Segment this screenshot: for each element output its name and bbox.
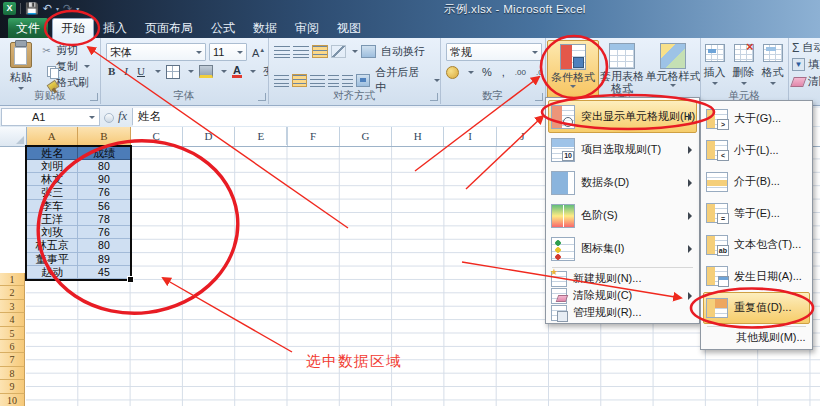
row-header-1[interactable]: 1 bbox=[0, 273, 25, 286]
accounting-format-icon[interactable] bbox=[446, 66, 459, 79]
row-header-5[interactable]: 5 bbox=[0, 327, 25, 340]
submenu-item-between[interactable]: 介于(B)... bbox=[703, 166, 810, 198]
tab-data[interactable]: 数据 bbox=[244, 18, 286, 38]
submenu-item-date-occurring[interactable]: 发生日期(A)... bbox=[703, 261, 810, 293]
align-left-button[interactable] bbox=[274, 74, 289, 87]
decrease-indent-button[interactable] bbox=[328, 74, 339, 87]
cell-A7[interactable]: 刘玫 bbox=[27, 226, 78, 239]
percent-style-button[interactable]: % bbox=[480, 65, 494, 80]
underline-button[interactable]: U bbox=[135, 64, 147, 79]
menu-item-manage-rules[interactable]: 管理规则(R)... bbox=[548, 304, 697, 321]
submenu-item-more-rules[interactable]: 其他规则(M)... bbox=[703, 329, 810, 347]
align-bottom-button[interactable] bbox=[312, 45, 328, 58]
column-header-B[interactable]: B bbox=[78, 127, 130, 146]
tab-page-layout[interactable]: 页面布局 bbox=[136, 18, 202, 38]
bold-button[interactable]: B bbox=[106, 64, 117, 79]
tab-formulas[interactable]: 公式 bbox=[202, 18, 244, 38]
copy-button[interactable]: 复制 bbox=[40, 58, 90, 74]
autosum-button[interactable]: Σ 自动求和 bbox=[792, 40, 820, 55]
clear-button[interactable]: 清除 bbox=[792, 74, 820, 89]
number-format-select[interactable]: 常规 bbox=[446, 43, 542, 61]
cell-A10[interactable]: 赵动 bbox=[27, 266, 78, 279]
dialog-launcher-icon[interactable] bbox=[430, 93, 438, 101]
cell-A9[interactable]: 董事平 bbox=[27, 253, 78, 266]
column-header-J[interactable]: J bbox=[497, 127, 549, 145]
align-middle-button[interactable] bbox=[293, 45, 309, 58]
menu-item-icon-sets[interactable]: 图标集(I) bbox=[548, 232, 697, 265]
comma-style-button[interactable]: , bbox=[500, 65, 507, 80]
cell-A8[interactable]: 林五京 bbox=[27, 239, 78, 252]
dialog-launcher-icon[interactable] bbox=[535, 93, 543, 101]
cell-B4[interactable]: 76 bbox=[78, 186, 129, 199]
submenu-item-text-contains[interactable]: ab文本包含(T)... bbox=[703, 229, 810, 261]
increase-indent-button[interactable] bbox=[342, 74, 353, 87]
orientation-icon[interactable] bbox=[331, 45, 346, 58]
column-header-G[interactable]: G bbox=[340, 127, 392, 145]
cell-A2[interactable]: 刘明 bbox=[27, 160, 78, 173]
row-header-8[interactable]: 8 bbox=[0, 367, 25, 380]
cell-B5[interactable]: 56 bbox=[78, 200, 129, 213]
tab-insert[interactable]: 插入 bbox=[94, 18, 136, 38]
cell-B9[interactable]: 89 bbox=[78, 253, 129, 266]
align-right-button[interactable] bbox=[310, 74, 325, 87]
menu-item-color-scales[interactable]: 色阶(S) bbox=[548, 199, 697, 232]
row-header-9[interactable]: 9 bbox=[0, 380, 25, 393]
cell-A6[interactable]: 王洋 bbox=[27, 213, 78, 226]
tab-home[interactable]: 开始 bbox=[52, 18, 94, 38]
submenu-item-greater-than[interactable]: >大于(G)... bbox=[703, 103, 810, 135]
select-all-corner[interactable] bbox=[0, 127, 27, 147]
menu-item-data-bars[interactable]: 数据条(D) bbox=[548, 166, 697, 199]
column-header-E[interactable]: E bbox=[235, 127, 287, 145]
font-name-select[interactable]: 宋体 bbox=[106, 43, 206, 61]
fill-button[interactable]: ▼ 填充 bbox=[792, 57, 820, 72]
menu-item-new-rule[interactable]: 新建规则(N)... bbox=[548, 270, 697, 287]
row-header-6[interactable]: 6 bbox=[0, 340, 25, 353]
row-header-7[interactable]: 7 bbox=[0, 353, 25, 366]
wrap-text-button[interactable]: 自动换行 bbox=[379, 44, 427, 59]
submenu-item-equal-to[interactable]: =等于(E)... bbox=[703, 198, 810, 230]
row-header-3[interactable]: 3 bbox=[0, 300, 25, 313]
cell-A5[interactable]: 李车 bbox=[27, 200, 78, 213]
cell-B3[interactable]: 90 bbox=[78, 173, 129, 186]
cell-B2[interactable]: 80 bbox=[78, 160, 129, 173]
row-header-10[interactable]: 10 bbox=[0, 394, 25, 406]
undo-dropdown-icon[interactable]: ▾ bbox=[56, 5, 59, 12]
decrease-decimal-button[interactable]: .0 bbox=[534, 67, 545, 78]
font-size-select[interactable]: 11 bbox=[209, 43, 247, 61]
tab-file[interactable]: 文件 bbox=[8, 18, 48, 38]
cut-button[interactable]: ✂ 剪切 bbox=[40, 42, 90, 58]
cell-A4[interactable]: 张三 bbox=[27, 186, 78, 199]
cell-B6[interactable]: 78 bbox=[78, 213, 129, 226]
borders-icon[interactable] bbox=[166, 65, 180, 79]
cell-B8[interactable]: 80 bbox=[78, 239, 129, 252]
submenu-item-duplicate-values[interactable]: 重复值(D)... bbox=[703, 292, 810, 324]
wrap-text-icon[interactable] bbox=[361, 45, 376, 58]
cell-A1[interactable]: 姓名 bbox=[27, 147, 78, 160]
column-header-A[interactable]: A bbox=[26, 127, 78, 146]
align-center-button[interactable] bbox=[292, 74, 307, 87]
redo-icon[interactable]: ↷ bbox=[63, 2, 72, 15]
italic-button[interactable]: I bbox=[122, 64, 130, 79]
cell-B7[interactable]: 76 bbox=[78, 226, 129, 239]
column-header-D[interactable]: D bbox=[183, 127, 235, 145]
row-header-4[interactable]: 4 bbox=[0, 313, 25, 326]
tab-view[interactable]: 视图 bbox=[328, 18, 370, 38]
dialog-launcher-icon[interactable] bbox=[258, 93, 266, 101]
insert-function-button[interactable]: fx bbox=[118, 109, 127, 124]
row-header-2[interactable]: 2 bbox=[0, 286, 25, 299]
tab-review[interactable]: 审阅 bbox=[286, 18, 328, 38]
undo-icon[interactable]: ↶ bbox=[43, 2, 52, 15]
name-box[interactable]: A1 bbox=[1, 108, 100, 126]
column-header-F[interactable]: F bbox=[288, 127, 340, 145]
align-top-button[interactable] bbox=[274, 45, 290, 58]
cell-B1[interactable]: 成绩 bbox=[78, 147, 129, 160]
fill-color-icon[interactable] bbox=[199, 65, 213, 78]
grow-font-button[interactable]: A▲ bbox=[250, 43, 267, 61]
menu-item-highlight-cells-rules[interactable]: 突出显示单元格规则(H) bbox=[548, 100, 697, 133]
submenu-item-less-than[interactable]: <小于(L)... bbox=[703, 135, 810, 167]
cell-A3[interactable]: 林文 bbox=[27, 173, 78, 186]
cell-B10[interactable]: 45 bbox=[78, 266, 129, 279]
menu-item-top-bottom-rules[interactable]: 项目选取规则(T) bbox=[548, 133, 697, 166]
save-icon[interactable]: 💾 bbox=[25, 2, 39, 15]
column-header-I[interactable]: I bbox=[444, 127, 496, 145]
